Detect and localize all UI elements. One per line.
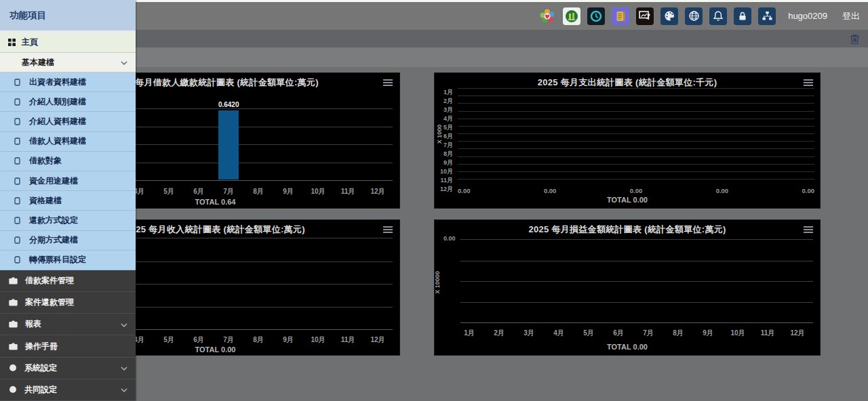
globe-icon[interactable] xyxy=(685,7,703,25)
sidebar-item-common-settings[interactable]: 共同設定 xyxy=(0,379,136,401)
sidebar-item-label: 借款案件管理 xyxy=(25,275,74,287)
sidebar-item-funder-setup[interactable]: 出資者資料建檔 xyxy=(0,72,136,92)
sidebar-group-label: 基本建檔 xyxy=(22,57,54,68)
chart-menu-icon[interactable] xyxy=(383,226,393,234)
chart-title: 2025 每月損益金額統計圖表 (統計金額單位:萬元) xyxy=(435,224,820,236)
sidebar-item-introducer-category-setup[interactable]: 介紹人類別建檔 xyxy=(0,92,136,112)
x-tick-label: 0.00 xyxy=(544,187,557,195)
x-tick-label: 0.00 xyxy=(458,187,471,195)
chart-menu-icon[interactable] xyxy=(383,79,393,87)
chevron-down-icon xyxy=(121,320,127,329)
chevron-down-icon xyxy=(121,363,127,373)
flower-logo-icon[interactable]: ♥ xyxy=(538,7,556,25)
sidebar-item-home[interactable]: 主頁 xyxy=(0,33,136,53)
gridline-row: 1月 xyxy=(458,89,814,96)
month-label: 8月 xyxy=(243,186,273,198)
chart-title: 2025 每月支出統計圖表 (統計金額單位:千元) xyxy=(435,77,820,89)
palette-icon[interactable] xyxy=(660,7,678,25)
month-label: 12月 xyxy=(783,327,812,339)
sidebar-item-reports[interactable]: 報表 xyxy=(0,314,136,335)
sidebar-item-label: 操作手冊 xyxy=(25,341,58,352)
month-label: 10月 xyxy=(303,186,333,198)
y-axis-labels: 1月2月3月4月5月6月7月8月9月10月11月12月 xyxy=(435,88,455,180)
sidebar-item-label: 資金用途建檔 xyxy=(29,175,78,187)
month-label: 12月 xyxy=(363,186,393,198)
month-label: 8月 xyxy=(243,334,273,346)
bar-value-label: 0.6420 xyxy=(218,101,239,108)
lock-icon[interactable] xyxy=(734,7,751,25)
sidebar-item-case-repayment-mgmt[interactable]: 案件還款管理 xyxy=(0,292,136,314)
month-label: 8月 xyxy=(663,327,693,339)
sidebar-item-label: 出資者資料建檔 xyxy=(29,77,86,88)
record-icon xyxy=(14,217,20,224)
sidebar-item-borrower-setup[interactable]: 借款人資料建檔 xyxy=(0,132,136,152)
sidebar-group-basic[interactable]: 基本建檔 xyxy=(0,53,136,72)
gridline-row: 10月 xyxy=(458,157,814,165)
month-label: 6月 xyxy=(184,186,214,198)
month-label: 6月 xyxy=(184,334,214,346)
record-icon xyxy=(14,79,20,86)
sidebar-item-installment-method[interactable]: 分期方式建檔 xyxy=(0,231,136,251)
sidebar-item-introducer-setup[interactable]: 介紹人資料建檔 xyxy=(0,112,136,131)
briefcase-icon xyxy=(9,343,18,350)
bell-icon[interactable] xyxy=(709,7,727,25)
sitemap-icon[interactable] xyxy=(758,7,776,25)
record-icon xyxy=(14,98,20,106)
month-label: 1月 xyxy=(435,88,455,97)
month-label: 7月 xyxy=(633,327,663,339)
circle-icon xyxy=(9,385,17,394)
gridline-row: 5月 xyxy=(458,119,814,127)
month-label: 10月 xyxy=(435,167,455,176)
finance-app-icon[interactable] xyxy=(563,7,580,25)
chart-menu-icon[interactable] xyxy=(804,226,813,234)
record-icon xyxy=(14,197,20,205)
sidebar-item-label: 借款人資料建檔 xyxy=(29,135,86,147)
sidebar-title: 功能項目 xyxy=(0,0,136,33)
bar-july[interactable] xyxy=(218,110,239,180)
month-label: 1月 xyxy=(454,327,484,339)
circle-icon xyxy=(9,364,17,372)
month-label: 7月 xyxy=(214,334,243,346)
gridline-row: 8月 xyxy=(458,142,814,149)
username: hugo0209 xyxy=(788,11,827,21)
sidebar-item-voucher-subject[interactable]: 轉傳票科目設定 xyxy=(0,251,136,270)
month-label: 6月 xyxy=(604,327,633,339)
sidebar-item-label: 系統設定 xyxy=(24,362,57,374)
plot-area xyxy=(460,239,813,323)
sidebar-item-fund-usage-setup[interactable]: 資金用途建檔 xyxy=(0,171,136,191)
x-tick-label: 0.00 xyxy=(716,187,729,195)
x-tick-label: 0.00 xyxy=(802,187,815,195)
month-label: 9月 xyxy=(273,334,303,346)
gridline-row: 3月 xyxy=(458,104,814,111)
sidebar-item-loan-target[interactable]: 借款對象 xyxy=(0,152,136,171)
sidebar-item-system-settings[interactable]: 系統設定 xyxy=(0,358,136,379)
home-grid-icon xyxy=(8,39,16,46)
trash-icon[interactable] xyxy=(850,33,860,47)
sidebar-item-label: 主頁 xyxy=(22,37,38,48)
month-label: 5月 xyxy=(574,327,604,339)
scroll-app-icon[interactable] xyxy=(612,7,629,25)
month-label: 8月 xyxy=(435,150,455,159)
record-icon xyxy=(14,256,20,263)
logout-button[interactable]: 登出 xyxy=(842,10,860,22)
clock-app-icon[interactable] xyxy=(587,7,605,25)
sidebar-item-label: 資格建檔 xyxy=(29,195,62,207)
presentation-app-icon[interactable] xyxy=(636,7,654,25)
gridline-row: 9月 xyxy=(458,149,814,156)
month-label: 9月 xyxy=(435,159,455,167)
gridline-row: 2月 xyxy=(458,96,814,104)
sidebar-item-repayment-method[interactable]: 還款方式設定 xyxy=(0,211,136,230)
briefcase-icon xyxy=(9,320,18,328)
month-label: 11月 xyxy=(753,327,783,339)
chart-menu-icon[interactable] xyxy=(804,79,813,87)
dashboard-page: ♥ xyxy=(0,0,868,401)
sidebar-item-qualification-setup[interactable]: 資格建檔 xyxy=(0,191,136,211)
record-icon xyxy=(14,236,20,244)
sidebar-item-manual[interactable]: 操作手冊 xyxy=(0,335,136,357)
month-label: 9月 xyxy=(693,327,723,339)
chevron-down-icon xyxy=(121,58,127,67)
y-axis-unit-label: X 10000 xyxy=(434,262,442,303)
briefcase-icon xyxy=(9,299,18,306)
month-label: 9月 xyxy=(273,186,303,198)
sidebar-item-loan-case-mgmt[interactable]: 借款案件管理 xyxy=(0,270,136,292)
